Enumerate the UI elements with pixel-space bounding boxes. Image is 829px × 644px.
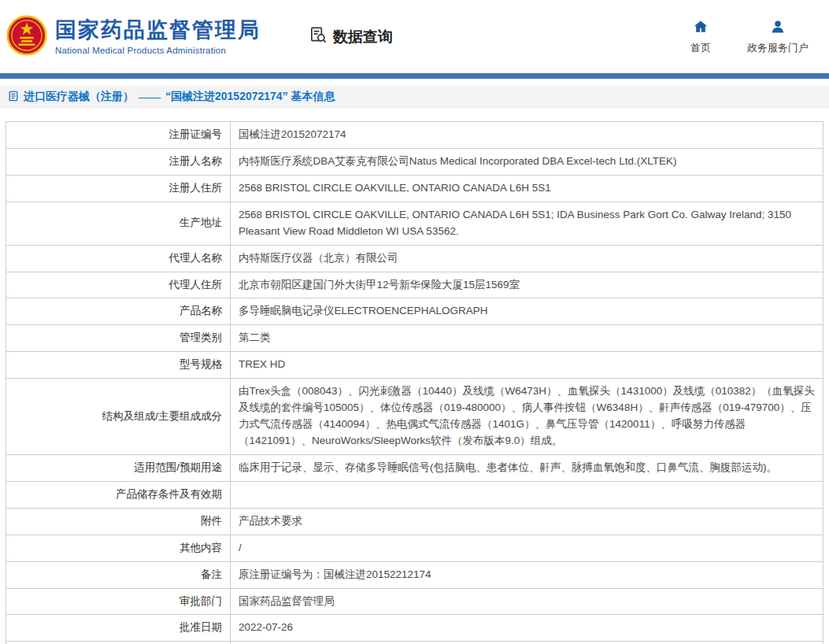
row-label: 附件 xyxy=(6,508,231,535)
table-row: 产品名称多导睡眠脑电记录仪ELECTROENCEPHALOGRAPH xyxy=(6,298,823,325)
registration-info-table: 注册证编号国械注进20152072174注册人名称内特斯医疗系统DBA艾泰克有限… xyxy=(6,121,823,644)
table-row: 批准日期2022-07-26 xyxy=(6,615,823,642)
row-label: 结构及组成/主要组成成分 xyxy=(6,379,231,455)
row-value xyxy=(231,481,823,508)
table-row: 生产地址2568 BRISTOL CIRCLE OAKVILLE, ONTARI… xyxy=(6,202,823,245)
data-query-label: 数据查询 xyxy=(333,27,393,47)
table-row: 注册人名称内特斯医疗系统DBA艾泰克有限公司Natus Medical Inco… xyxy=(6,148,823,175)
national-emblem-icon xyxy=(6,15,47,59)
org-name-cn: 国家药品监督管理局 xyxy=(55,18,261,43)
row-value: 国械注进20152072174 xyxy=(231,122,823,149)
nav-item-home[interactable]: 首页 xyxy=(690,19,711,55)
table-row: 结构及组成/主要组成成分由Trex头盒（008043）、闪光刺激器（10440）… xyxy=(6,379,823,455)
table-row: 型号规格TREX HD xyxy=(6,352,823,379)
home-icon xyxy=(693,19,709,37)
table-row: 代理人住所北京市朝阳区建国门外大街甲12号新华保险大厦15层1569室 xyxy=(6,272,823,298)
table-row: 其他内容/ xyxy=(6,535,823,561)
breadcrumb-category[interactable]: 进口医疗器械（注册） xyxy=(24,90,134,104)
row-value: 内特斯医疗系统DBA艾泰克有限公司Natus Medical Incorpora… xyxy=(231,148,823,175)
breadcrumb: 进口医疗器械（注册） —— “国械注进20152072174” 基本信息 xyxy=(0,85,829,109)
row-value: 由Trex头盒（008043）、闪光刺激器（10440）及线缆（W6473H）、… xyxy=(231,379,823,455)
row-value: TREX HD xyxy=(231,352,823,379)
row-value: 原注册证编号为：国械注进20152212174 xyxy=(231,561,823,588)
table-row: 产品储存条件及有效期 xyxy=(6,481,823,508)
row-value: 北京市朝阳区建国门外大街甲12号新华保险大厦15层1569室 xyxy=(231,272,823,298)
row-value: 国家药品监督管理局 xyxy=(231,588,823,615)
nav-item-label: 政务服务门户 xyxy=(747,41,809,55)
row-label: 产品名称 xyxy=(6,298,231,325)
row-value: 产品技术要求 xyxy=(231,508,823,535)
table-row: 审批部门国家药品监督管理局 xyxy=(6,588,823,615)
row-label: 适用范围/预期用途 xyxy=(6,454,231,481)
site-header: 国家药品监督管理局 National Medical Products Admi… xyxy=(0,0,829,73)
header-divider-bar xyxy=(0,73,829,79)
registration-info-table-wrap: 注册证编号国械注进20152072174注册人名称内特斯医疗系统DBA艾泰克有限… xyxy=(6,121,823,644)
table-row: 注册人住所2568 BRISTOL CIRCLE OAKVILLE, ONTAR… xyxy=(6,175,823,202)
row-value: / xyxy=(231,535,823,561)
org-name-en: National Medical Products Administration xyxy=(55,46,261,55)
row-label: 注册人名称 xyxy=(6,148,231,175)
table-row: 代理人名称内特斯医疗仪器（北京）有限公司 xyxy=(6,245,823,272)
breadcrumb-current: “国械注进20152072174” 基本信息 xyxy=(165,90,335,104)
row-value: 2568 BRISTOL CIRCLE OAKVILLE, ONTARIO CA… xyxy=(231,175,823,202)
row-value: 内特斯医疗仪器（北京）有限公司 xyxy=(231,245,823,272)
table-row: 备注原注册证编号为：国械注进20152212174 xyxy=(6,561,823,588)
row-label: 注册证编号 xyxy=(6,122,231,149)
spacer xyxy=(0,79,829,85)
row-label: 产品储存条件及有效期 xyxy=(6,481,231,508)
row-value: 多导睡眠脑电记录仪ELECTROENCEPHALOGRAPH xyxy=(231,298,823,325)
row-label: 审批部门 xyxy=(6,588,231,615)
row-value: 2022-07-26 xyxy=(231,615,823,642)
table-row: 附件产品技术要求 xyxy=(6,508,823,535)
table-row: 注册证编号国械注进20152072174 xyxy=(6,122,823,149)
data-query-icon xyxy=(309,26,328,48)
row-value: 临床用于记录、显示、存储多导睡眠信号(包括脑电、患者体位、鼾声、脉搏血氧饱和度、… xyxy=(231,454,823,481)
info-table-body: 注册证编号国械注进20152072174注册人名称内特斯医疗系统DBA艾泰克有限… xyxy=(6,122,823,644)
document-icon xyxy=(8,91,19,104)
data-query-nav[interactable]: 数据查询 xyxy=(309,26,393,48)
site-logo[interactable]: 国家药品监督管理局 National Medical Products Admi… xyxy=(6,15,261,59)
row-label: 型号规格 xyxy=(6,352,231,379)
row-value: 第二类 xyxy=(231,325,823,352)
row-label: 备注 xyxy=(6,561,231,588)
row-label: 代理人住所 xyxy=(6,272,231,298)
nav-item-label: 首页 xyxy=(690,41,711,55)
table-row: 管理类别第二类 xyxy=(6,325,823,352)
breadcrumb-separator: —— xyxy=(139,91,161,103)
row-label: 其他内容 xyxy=(6,535,231,561)
table-row: 适用范围/预期用途临床用于记录、显示、存储多导睡眠信号(包括脑电、患者体位、鼾声… xyxy=(6,454,823,481)
row-value: 2568 BRISTOL CIRCLE OAKVILLE, ONTARIO CA… xyxy=(231,202,823,245)
row-label: 代理人名称 xyxy=(6,245,231,272)
row-label: 管理类别 xyxy=(6,325,231,352)
row-label: 生产地址 xyxy=(6,202,231,245)
org-names: 国家药品监督管理局 National Medical Products Admi… xyxy=(55,18,261,54)
row-label: 注册人住所 xyxy=(6,175,231,202)
nav-item-portal[interactable]: 政务服务门户 xyxy=(747,19,809,55)
user-icon xyxy=(770,19,786,37)
row-label: 批准日期 xyxy=(6,615,231,642)
header-nav: 首页 政务服务门户 xyxy=(690,19,809,55)
